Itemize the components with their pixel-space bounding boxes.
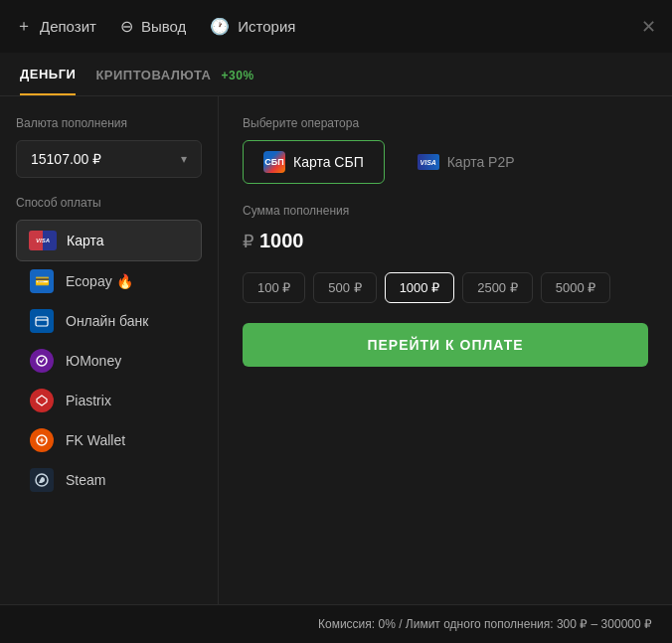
card-icon: VISA	[29, 231, 57, 250]
steam-icon	[28, 470, 56, 490]
deposit-icon: ＋	[16, 16, 32, 37]
payment-method-yumoney[interactable]: ЮMoney	[16, 341, 202, 381]
ecopay-icon: 💳	[28, 271, 56, 291]
sbp-label: Карта СБП	[293, 154, 364, 170]
piastrix-icon	[28, 391, 56, 410]
pay-button[interactable]: ПЕРЕЙТИ К ОПЛАТЕ	[243, 323, 648, 367]
tab-withdraw-label: Вывод	[141, 18, 186, 35]
left-panel: Валюта пополнения 15107.00 ₽ ▾ Способ оп…	[0, 96, 219, 643]
online-label: Онлайн банк	[66, 313, 148, 329]
header: ＋ Депозит ⊖ Вывод 🕐 История ✕	[0, 0, 672, 53]
tab-crypto[interactable]: КРИПТОВАЛЮТА +30%	[95, 68, 253, 94]
content-tabs: ДЕНЬГИ КРИПТОВАЛЮТА +30%	[0, 53, 672, 96]
tab-money[interactable]: ДЕНЬГИ	[20, 67, 76, 95]
yumoney-icon	[28, 351, 56, 371]
operator-options: СБП Карта СБП VISA Карта P2P	[243, 140, 648, 184]
visa-icon: VISA	[418, 154, 439, 170]
right-panel: Выберите оператора СБП Карта СБП VISA Ка…	[219, 96, 672, 643]
footer-limit: 300 ₽ – 300000 ₽	[557, 617, 652, 631]
card-label: Карта	[67, 233, 103, 248]
operator-sbp[interactable]: СБП Карта СБП	[243, 140, 385, 184]
currency-select[interactable]: 15107.00 ₽ ▾	[16, 140, 202, 178]
chevron-down-icon: ▾	[181, 152, 187, 166]
piastrix-label: Piastrix	[66, 393, 111, 408]
preset-5000[interactable]: 5000 ₽	[541, 272, 611, 303]
ecopay-label: Ecopay 🔥	[66, 273, 133, 289]
amount-section: Сумма пополнения ₽	[243, 204, 648, 256]
operator-p2p[interactable]: VISA Карта P2P	[397, 143, 536, 181]
tab-withdraw[interactable]: ⊖ Вывод	[120, 13, 186, 40]
amount-presets: 100 ₽ 500 ₽ 1000 ₽ 2500 ₽ 5000 ₽	[243, 272, 648, 303]
amount-label: Сумма пополнения	[243, 204, 648, 218]
preset-500[interactable]: 500 ₽	[313, 272, 376, 303]
amount-input-wrap: ₽	[243, 226, 648, 256]
operator-section: Выберите оператора СБП Карта СБП VISA Ка…	[243, 116, 648, 188]
svg-rect-0	[36, 317, 48, 326]
steam-label: Steam	[66, 472, 105, 488]
payment-method-ecopay[interactable]: 💳 Ecopay 🔥	[16, 261, 202, 301]
preset-1000[interactable]: 1000 ₽	[385, 272, 455, 303]
amount-symbol: ₽	[243, 231, 253, 252]
currency-value: 15107.00 ₽	[31, 151, 101, 167]
fkwallet-label: FK Wallet	[66, 432, 125, 448]
online-icon	[28, 311, 56, 331]
tab-history-label: История	[238, 18, 295, 35]
withdraw-icon: ⊖	[120, 17, 133, 36]
sbp-icon: СБП	[263, 151, 285, 173]
crypto-badge: +30%	[222, 69, 254, 82]
tab-deposit-label: Депозит	[40, 18, 96, 35]
main-body: Валюта пополнения 15107.00 ₽ ▾ Способ оп…	[0, 96, 672, 643]
payment-method-steam[interactable]: Steam	[16, 460, 202, 500]
footer-text: Комиссия: 0% / Лимит одного пополнения:	[318, 617, 554, 631]
currency-label: Валюта пополнения	[16, 116, 202, 130]
preset-2500[interactable]: 2500 ₽	[462, 272, 533, 303]
close-button[interactable]: ✕	[641, 18, 656, 36]
payment-method-piastrix[interactable]: Piastrix	[16, 381, 202, 420]
operator-label: Выберите оператора	[243, 116, 648, 130]
tab-deposit[interactable]: ＋ Депозит	[16, 12, 96, 41]
amount-input[interactable]	[259, 230, 379, 252]
yumoney-label: ЮMoney	[66, 353, 121, 369]
preset-100[interactable]: 100 ₽	[243, 272, 305, 303]
tab-history[interactable]: 🕐 История	[210, 13, 295, 40]
history-icon: 🕐	[210, 17, 230, 36]
payment-method-card[interactable]: VISA Карта	[16, 220, 202, 261]
p2p-label: Карта P2P	[447, 154, 515, 170]
payment-label: Способ оплаты	[16, 196, 202, 210]
payment-method-online[interactable]: Онлайн банк	[16, 301, 202, 341]
payment-method-fkwallet[interactable]: FK Wallet	[16, 420, 202, 460]
fkwallet-icon	[28, 430, 56, 450]
footer: Комиссия: 0% / Лимит одного пополнения: …	[0, 604, 672, 643]
